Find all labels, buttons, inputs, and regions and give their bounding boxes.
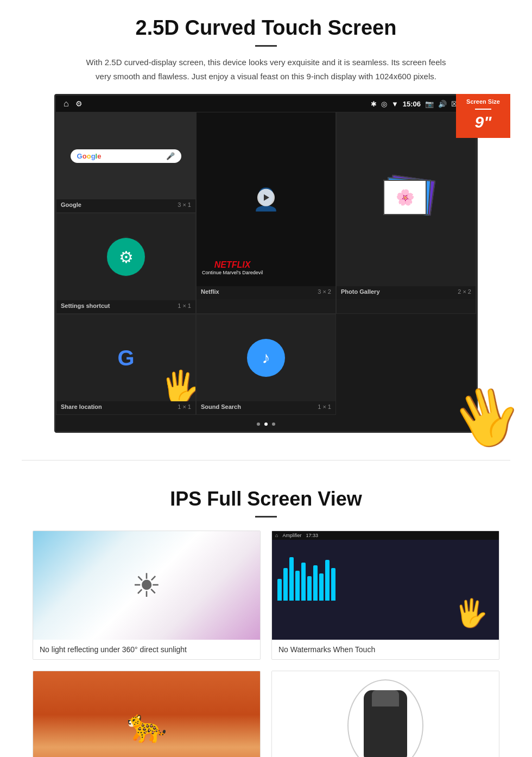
app-cell-sound-search[interactable]: ♪ Sound Search 1 × 1: [196, 314, 336, 415]
device-area: Screen Size 9" ⌂ ⚙ ✱ ◎ ▼ 15:06 📷 🔊 ☒: [54, 94, 478, 433]
eq-home-icon: ⌂: [275, 533, 278, 538]
app-cell-netflix[interactable]: 👤 NETFLIX Continue Marvel's Daredevil Ne…: [196, 112, 336, 314]
section-divider-line: [22, 460, 510, 460]
eq-bar-7: [313, 565, 318, 601]
eq-bar-4: [295, 571, 300, 601]
badge-title: Screen Size: [459, 98, 507, 105]
status-bar: ⌂ ⚙ ✱ ◎ ▼ 15:06 📷 🔊 ☒ ▭: [56, 96, 476, 112]
eq-bar-1: [277, 579, 282, 601]
sound-search-icon[interactable]: ♪: [247, 339, 285, 377]
page-dots: [56, 415, 476, 431]
eq-hand-icon: 🖐: [454, 597, 488, 629]
usb-icon: ⚙: [75, 99, 83, 108]
settings-gear-icon[interactable]: ⚙: [107, 238, 145, 276]
settings-cell-inner: ⚙ ⚙: [56, 213, 195, 300]
bluetooth-icon: ✱: [371, 100, 377, 108]
status-time: 15:06: [403, 100, 421, 108]
section1-title: 2.5D Curved Touch Screen: [33, 16, 499, 40]
section-ips-full-screen: IPS Full Screen View ☀ No light reflecti…: [0, 477, 532, 757]
flower-icon: 🌸: [396, 188, 415, 206]
eq-bar-3: [289, 557, 294, 601]
share-location-app-name: Share location: [61, 403, 102, 410]
badge-size: 9": [459, 113, 507, 131]
google-label-row: Google 3 × 1: [56, 199, 195, 212]
google-app-name: Google: [61, 201, 81, 208]
settings-app-size: 1 × 1: [178, 302, 191, 309]
settings-app-name: Settings shortcut: [61, 302, 110, 309]
eq-bar-10: [331, 568, 335, 601]
car-top-view: [353, 685, 418, 757]
sound-search-app-name: Sound Search: [201, 403, 241, 410]
photo-stack: 🌸: [379, 178, 433, 221]
photo-card-3: 🌸: [383, 180, 427, 215]
feature-fast-response: 🐆 Super Fast Response: [33, 671, 261, 757]
location-icon: ◎: [381, 100, 387, 108]
netflix-app-size: 3 × 2: [318, 288, 331, 295]
google-app-size: 3 × 1: [178, 201, 191, 208]
title-divider: [255, 45, 277, 47]
eq-title: Amplifier: [282, 533, 301, 538]
page-dot-2: [264, 422, 268, 426]
share-cell-bg: G 🖐: [56, 314, 195, 401]
share-location-label-row: Share location 1 × 1: [56, 401, 195, 414]
sunlight-image: ☀: [33, 531, 260, 640]
google-cell-inner: Google 🎤: [56, 112, 195, 199]
equalizer-image: ⌂ Amplifier 17:33 🖐: [272, 531, 499, 640]
netflix-play-button[interactable]: [257, 189, 275, 206]
feature-grid: ☀ No light reflecting under 360° direct …: [33, 531, 499, 757]
netflix-app-name: Netflix: [201, 288, 219, 295]
netflix-cell-inner: 👤 NETFLIX Continue Marvel's Daredevil: [197, 112, 335, 286]
netflix-cell-bg: 👤 NETFLIX Continue Marvel's Daredevil: [197, 112, 335, 286]
wifi-icon: ▼: [391, 100, 398, 108]
photo-gallery-bg: 🌸: [337, 112, 476, 286]
badge-divider: [475, 109, 491, 110]
photo-gallery-app-name: Photo Gallery: [341, 288, 380, 295]
section-curved-touch-screen: 2.5D Curved Touch Screen With 2.5D curve…: [0, 0, 532, 444]
settings-label-row: Settings shortcut 1 × 1: [56, 300, 195, 313]
netflix-label: NETFLIX Continue Marvel's Daredevil: [202, 260, 263, 275]
netflix-subtitle: Continue Marvel's Daredevil: [202, 270, 263, 275]
section1-description: With 2.5D curved-display screen, this de…: [81, 55, 451, 83]
sound-search-cell-inner: ♪: [197, 314, 335, 401]
watermarks-caption: No Watermarks When Touch: [272, 640, 499, 659]
netflix-label-row: Netflix 3 × 2: [197, 286, 335, 299]
cheetah-icon: 🐆: [126, 706, 167, 745]
hand-touch-icon: 🖐: [160, 368, 195, 401]
google-logo: Google: [77, 152, 102, 160]
status-bar-left: ⌂ ⚙: [64, 99, 83, 109]
eq-bar-8: [319, 573, 324, 601]
app-grid: Google 🎤 Google 3 × 1: [56, 112, 476, 415]
car-image: [272, 671, 499, 757]
car-windshield: [372, 690, 399, 706]
eq-bar-5: [301, 563, 306, 601]
section2-title: IPS Full Screen View: [33, 488, 499, 510]
share-location-app-size: 1 × 1: [178, 403, 191, 410]
sound-cell-bg: ♪: [197, 314, 335, 401]
eq-bar-6: [307, 576, 312, 601]
eq-time: 17:33: [306, 533, 318, 538]
camera-icon: 📷: [425, 100, 434, 108]
page-dot-1: [257, 422, 260, 426]
app-cell-share-location[interactable]: G 🖐 Share location 1 × 1: [56, 314, 196, 415]
share-location-cell-inner: G 🖐: [56, 314, 195, 401]
google-maps-icon: G: [117, 346, 134, 370]
app-cell-photo-gallery[interactable]: 🌸 Photo Gallery 2 × 2: [336, 112, 476, 314]
photo-gallery-cell-inner: 🌸: [337, 112, 476, 286]
screen-size-badge: Screen Size 9": [456, 94, 510, 138]
settings-cell-bg: ⚙ ⚙: [56, 213, 195, 300]
sunlight-caption: No light reflecting under 360° direct su…: [33, 640, 260, 659]
eq-header: ⌂ Amplifier 17:33: [272, 531, 499, 540]
app-cell-settings[interactable]: ⚙ ⚙ Settings shortcut 1 × 1: [56, 213, 196, 314]
google-search-bar[interactable]: Google 🎤: [71, 149, 182, 163]
home-icon[interactable]: ⌂: [64, 99, 69, 109]
netflix-logo: NETFLIX: [202, 260, 263, 270]
google-mic-icon[interactable]: 🎤: [166, 152, 175, 160]
feature-viewing-angle: Large Viewing Angle: [271, 671, 499, 757]
photo-gallery-label-row: Photo Gallery 2 × 2: [337, 286, 476, 299]
cheetah-image: 🐆: [33, 671, 260, 757]
feature-watermarks: ⌂ Amplifier 17:33 🖐 N: [271, 531, 499, 660]
app-cell-google[interactable]: Google 🎤 Google 3 × 1: [56, 112, 196, 213]
eq-bar-2: [283, 568, 288, 601]
photo-gallery-app-size: 2 × 2: [458, 288, 471, 295]
section2-title-divider: [255, 516, 277, 518]
